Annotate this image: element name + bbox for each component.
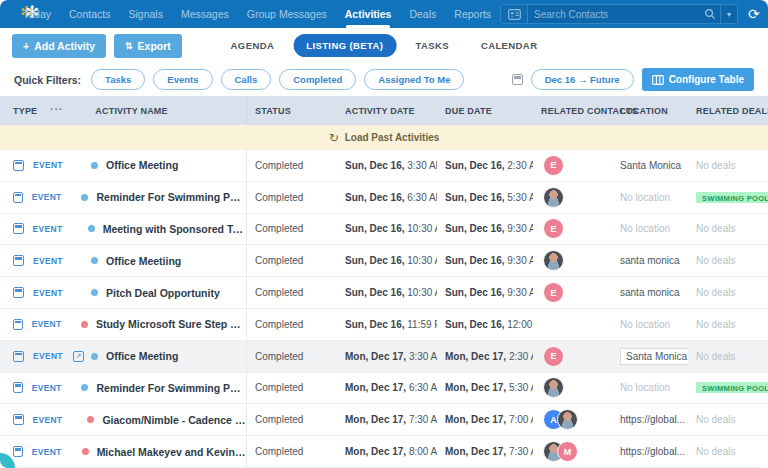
activity-date-cell[interactable]: Sun, Dec 16, 10:30 AM — [337, 255, 437, 266]
nav-item-activities[interactable]: Activities — [336, 0, 401, 28]
activity-date-cell[interactable]: Mon, Dec 17, 8:00 AM — [337, 446, 437, 457]
due-date-cell[interactable]: Sun, Dec 16, 9:30 AM — [437, 223, 533, 234]
activity-name[interactable]: Pitch Deal Opportunity — [106, 287, 220, 299]
filter-pill-events[interactable]: Events — [153, 69, 212, 90]
column-header-activity-date[interactable]: ACTIVITY DATE — [337, 106, 437, 116]
search-icon[interactable] — [700, 8, 720, 20]
activity-date-cell[interactable]: Mon, Dec 17, 3:30 AM — [337, 351, 437, 362]
status-cell[interactable]: Completed — [247, 319, 337, 330]
tab-listing-beta[interactable]: LISTING (BETA) — [293, 34, 396, 57]
date-range-pill[interactable]: Dec 16 → Future — [531, 69, 634, 90]
tab-calendar[interactable]: CALENDAR — [468, 34, 551, 57]
contact-card-icon[interactable] — [501, 5, 528, 23]
contact-initial-avatar[interactable]: E — [543, 155, 564, 176]
contact-initial-avatar[interactable]: M — [557, 441, 578, 462]
table-row[interactable]: EVENTReminder For Swimming Pool DealComp… — [0, 182, 768, 214]
status-cell[interactable]: Completed — [247, 160, 337, 171]
status-cell[interactable]: Completed — [247, 192, 337, 203]
sync-icon[interactable]: ⟳ — [748, 7, 760, 21]
location-cell[interactable]: santa monica — [612, 287, 688, 298]
table-row[interactable]: EVENTOffice MeetiingCompletedSun, Dec 16… — [0, 245, 768, 277]
due-date-cell[interactable]: Sun, Dec 16, 2:30 AM — [437, 160, 533, 171]
column-header-due-date[interactable]: DUE DATE — [437, 106, 533, 116]
column-header-location[interactable]: LOCATION — [612, 106, 688, 116]
location-cell[interactable]: No location — [612, 382, 688, 393]
calendar-icon[interactable] — [512, 74, 523, 85]
due-date-cell[interactable]: Mon, Dec 17, 5:30 AM — [437, 382, 533, 393]
column-header-related-contacts[interactable]: RELATED CONTACTS — [533, 106, 612, 116]
export-button[interactable]: ⇅Export — [114, 34, 182, 58]
contact-photo-avatar[interactable] — [543, 250, 564, 271]
activity-date-cell[interactable]: Mon, Dec 17, 6:30 AM — [337, 382, 437, 393]
due-date-cell[interactable]: Sun, Dec 16, 5:30 AM — [437, 192, 533, 203]
location-cell[interactable]: No location — [612, 192, 688, 203]
contact-photo-avatar[interactable] — [543, 187, 564, 208]
column-header-type[interactable]: TYPE — [13, 106, 37, 116]
location-cell[interactable]: Santa Monica✎ — [612, 348, 688, 365]
search-input[interactable] — [528, 9, 700, 20]
deal-badge[interactable]: SWIMMING POOL — [696, 382, 768, 393]
activity-name[interactable]: Reminder For Swimming Pool Deal — [96, 191, 246, 203]
tab-tasks[interactable]: TASKS — [402, 34, 462, 57]
related-deals-cell[interactable]: No deals — [688, 319, 768, 330]
activity-date-cell[interactable]: Sun, Dec 16, 6:30 AM — [337, 192, 437, 203]
configure-table-button[interactable]: Configure Table — [642, 68, 754, 91]
search-dropdown-chevron-icon[interactable]: ▾ — [720, 5, 737, 23]
nav-item-group-messages[interactable]: Group Messages — [238, 0, 336, 28]
column-header-status[interactable]: STATUS — [247, 106, 337, 116]
activity-name[interactable]: Giacom/Nimble - Cadence Call — [102, 414, 246, 426]
table-row[interactable]: EVENTGiacom/Nimble - Cadence CallComplet… — [0, 404, 768, 436]
status-cell[interactable]: Completed — [247, 382, 337, 393]
load-past-activities-button[interactable]: ↻ Load Past Activities — [0, 125, 768, 150]
activity-date-cell[interactable]: Sun, Dec 16, 10:30 AM — [337, 287, 437, 298]
table-row[interactable]: EVENTMeeting with Sponsored TeamComplete… — [0, 214, 768, 246]
related-deals-cell[interactable]: No deals — [688, 287, 768, 298]
status-cell[interactable]: Completed — [247, 414, 337, 425]
tab-agenda[interactable]: AGENDA — [218, 34, 288, 57]
status-cell[interactable]: Completed — [247, 351, 337, 362]
due-date-cell[interactable]: Sun, Dec 16, 12:00 AM — [437, 319, 533, 330]
table-row[interactable]: EVENTStudy Microsoft Sure Step programCo… — [0, 309, 768, 341]
related-deals-cell[interactable]: No deals — [688, 255, 768, 266]
related-deals-cell[interactable]: No deals — [688, 414, 768, 425]
nav-item-deals[interactable]: Deals — [400, 0, 445, 28]
external-link-icon[interactable]: ↗ — [73, 351, 84, 362]
related-deals-cell[interactable]: SWIMMING POOL — [688, 192, 768, 203]
location-edit-box[interactable]: Santa Monica — [620, 348, 688, 365]
table-row[interactable]: EVENTPitch Deal OpportunityCompletedSun,… — [0, 277, 768, 309]
activity-name[interactable]: Reminder For Swimming Pool Deal — [96, 382, 246, 394]
column-header-related-deals[interactable]: RELATED DEALS — [688, 106, 768, 116]
contact-initial-avatar[interactable]: E — [543, 218, 564, 239]
location-cell[interactable]: No location — [612, 319, 688, 330]
location-cell[interactable]: No location — [612, 223, 688, 234]
filter-pill-assigned-to-me[interactable]: Assigned To Me — [364, 69, 464, 90]
filter-pill-completed[interactable]: Completed — [279, 69, 356, 90]
table-row[interactable]: EVENT↗Office MeetingCompletedMon, Dec 17… — [0, 341, 768, 373]
table-row[interactable]: EVENTMichael Makeyev and Kevin TurnerCom… — [0, 436, 768, 468]
due-date-cell[interactable]: Mon, Dec 17, 7:30 AM — [437, 446, 533, 457]
activity-date-cell[interactable]: Sun, Dec 16, 11:59 PM — [337, 319, 437, 330]
table-row[interactable]: EVENTOffice MeetingCompletedSun, Dec 16,… — [0, 150, 768, 182]
related-deals-cell[interactable]: SWIMMING POOL — [688, 382, 768, 393]
status-cell[interactable]: Completed — [247, 223, 337, 234]
due-date-cell[interactable]: Mon, Dec 17, 2:30 AM — [437, 351, 533, 362]
location-cell[interactable]: Santa Monica — [612, 160, 688, 171]
contact-initial-avatar[interactable]: E — [543, 346, 564, 367]
location-cell[interactable]: https://global... — [612, 414, 688, 425]
contact-photo-avatar[interactable] — [543, 377, 564, 398]
filter-pill-calls[interactable]: Calls — [221, 69, 272, 90]
nav-item-signals[interactable]: Signals — [119, 0, 171, 28]
contact-photo-avatar[interactable] — [557, 409, 578, 430]
contact-initial-avatar[interactable]: E — [543, 282, 564, 303]
related-deals-cell[interactable]: No deals — [688, 223, 768, 234]
add-activity-button[interactable]: +Add Activity — [12, 34, 106, 58]
filter-pill-tasks[interactable]: Tasks — [91, 69, 145, 90]
activity-date-cell[interactable]: Sun, Dec 16, 10:30 AM — [337, 223, 437, 234]
location-cell[interactable]: https://global... — [612, 446, 688, 457]
column-menu-icon[interactable]: ··· — [50, 104, 63, 115]
activity-name[interactable]: Office Meeting — [106, 159, 178, 171]
nav-item-messages[interactable]: Messages — [172, 0, 238, 28]
nav-item-contacts[interactable]: Contacts — [60, 0, 119, 28]
due-date-cell[interactable]: Sun, Dec 16, 9:30 AM — [437, 255, 533, 266]
activity-name[interactable]: Michael Makeyev and Kevin Turner — [97, 446, 246, 458]
